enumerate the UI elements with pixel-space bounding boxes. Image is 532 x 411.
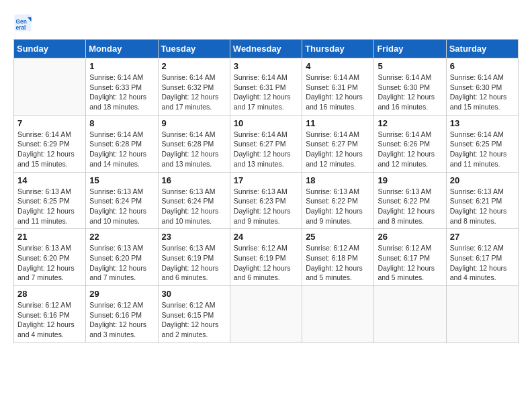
day-number: 28 — [17, 289, 82, 299]
day-info: Sunrise: 6:13 AMSunset: 6:25 PMDaylight:… — [17, 187, 82, 226]
day-info: Sunrise: 6:14 AMSunset: 6:31 PMDaylight:… — [234, 73, 298, 112]
day-number: 5 — [378, 61, 442, 71]
day-info: Sunrise: 6:14 AMSunset: 6:30 PMDaylight:… — [378, 73, 442, 112]
day-number: 6 — [450, 61, 515, 71]
logo-icon: Gen eral — [13, 13, 32, 32]
day-number: 16 — [162, 175, 226, 185]
day-number: 14 — [17, 175, 82, 185]
table-row: 26Sunrise: 6:12 AMSunset: 6:17 PMDayligh… — [374, 229, 446, 286]
day-info: Sunrise: 6:14 AMSunset: 6:30 PMDaylight:… — [450, 73, 515, 112]
table-row: 12Sunrise: 6:14 AMSunset: 6:26 PMDayligh… — [374, 115, 446, 172]
day-info: Sunrise: 6:13 AMSunset: 6:20 PMDaylight:… — [17, 243, 82, 283]
table-row: 24Sunrise: 6:12 AMSunset: 6:19 PMDayligh… — [230, 229, 302, 286]
table-row — [374, 286, 446, 343]
table-row: 25Sunrise: 6:12 AMSunset: 6:18 PMDayligh… — [302, 229, 374, 286]
day-info: Sunrise: 6:12 AMSunset: 6:16 PMDaylight:… — [89, 300, 154, 340]
table-row: 29Sunrise: 6:12 AMSunset: 6:16 PMDayligh… — [86, 286, 158, 343]
weekday-header-tuesday: Tuesday — [158, 40, 230, 58]
table-row: 22Sunrise: 6:13 AMSunset: 6:20 PMDayligh… — [86, 229, 158, 286]
table-row — [14, 58, 86, 116]
day-number: 26 — [378, 232, 442, 242]
weekday-header-saturday: Saturday — [446, 40, 518, 58]
table-row: 17Sunrise: 6:13 AMSunset: 6:23 PMDayligh… — [230, 172, 302, 229]
weekday-header-row: SundayMondayTuesdayWednesdayThursdayFrid… — [14, 40, 519, 58]
table-row: 4Sunrise: 6:14 AMSunset: 6:31 PMDaylight… — [302, 58, 374, 116]
day-number: 21 — [17, 232, 82, 242]
day-info: Sunrise: 6:12 AMSunset: 6:15 PMDaylight:… — [162, 300, 226, 340]
table-row: 23Sunrise: 6:13 AMSunset: 6:19 PMDayligh… — [158, 229, 230, 286]
table-row: 18Sunrise: 6:13 AMSunset: 6:22 PMDayligh… — [302, 172, 374, 229]
day-number: 8 — [89, 118, 154, 128]
table-row: 14Sunrise: 6:13 AMSunset: 6:25 PMDayligh… — [14, 172, 86, 229]
day-info: Sunrise: 6:13 AMSunset: 6:21 PMDaylight:… — [450, 187, 515, 226]
day-number: 11 — [306, 118, 370, 128]
day-number: 18 — [306, 175, 370, 185]
day-info: Sunrise: 6:13 AMSunset: 6:22 PMDaylight:… — [378, 187, 442, 226]
day-info: Sunrise: 6:14 AMSunset: 6:25 PMDaylight:… — [450, 130, 515, 169]
week-row-2: 7Sunrise: 6:14 AMSunset: 6:29 PMDaylight… — [14, 115, 519, 172]
week-row-4: 21Sunrise: 6:13 AMSunset: 6:20 PMDayligh… — [14, 229, 519, 286]
day-info: Sunrise: 6:13 AMSunset: 6:23 PMDaylight:… — [234, 187, 298, 226]
table-row: 30Sunrise: 6:12 AMSunset: 6:15 PMDayligh… — [158, 286, 230, 343]
weekday-header-friday: Friday — [374, 40, 446, 58]
day-number: 29 — [89, 289, 154, 299]
table-row: 2Sunrise: 6:14 AMSunset: 6:32 PMDaylight… — [158, 58, 230, 116]
day-info: Sunrise: 6:12 AMSunset: 6:17 PMDaylight:… — [378, 243, 442, 283]
table-row — [230, 286, 302, 343]
day-number: 10 — [234, 118, 298, 128]
day-info: Sunrise: 6:13 AMSunset: 6:22 PMDaylight:… — [306, 187, 370, 226]
day-info: Sunrise: 6:14 AMSunset: 6:29 PMDaylight:… — [17, 130, 82, 169]
day-info: Sunrise: 6:14 AMSunset: 6:33 PMDaylight:… — [89, 73, 154, 112]
day-info: Sunrise: 6:12 AMSunset: 6:17 PMDaylight:… — [450, 243, 515, 283]
day-number: 19 — [378, 175, 442, 185]
week-row-3: 14Sunrise: 6:13 AMSunset: 6:25 PMDayligh… — [14, 172, 519, 229]
day-number: 2 — [162, 61, 226, 71]
logo: Gen eral — [13, 13, 35, 32]
svg-text:eral: eral — [16, 24, 26, 31]
day-info: Sunrise: 6:12 AMSunset: 6:19 PMDaylight:… — [234, 243, 298, 283]
day-info: Sunrise: 6:14 AMSunset: 6:27 PMDaylight:… — [234, 130, 298, 169]
weekday-header-monday: Monday — [86, 40, 158, 58]
day-number: 3 — [234, 61, 298, 71]
table-row: 1Sunrise: 6:14 AMSunset: 6:33 PMDaylight… — [86, 58, 158, 116]
table-row — [302, 286, 374, 343]
table-row: 10Sunrise: 6:14 AMSunset: 6:27 PMDayligh… — [230, 115, 302, 172]
day-number: 20 — [450, 175, 515, 185]
day-info: Sunrise: 6:13 AMSunset: 6:24 PMDaylight:… — [89, 187, 154, 226]
day-number: 30 — [162, 289, 226, 299]
day-number: 27 — [450, 232, 515, 242]
day-number: 7 — [17, 118, 82, 128]
weekday-header-sunday: Sunday — [14, 40, 86, 58]
day-info: Sunrise: 6:12 AMSunset: 6:16 PMDaylight:… — [17, 300, 82, 340]
day-info: Sunrise: 6:14 AMSunset: 6:26 PMDaylight:… — [378, 130, 442, 169]
table-row: 9Sunrise: 6:14 AMSunset: 6:28 PMDaylight… — [158, 115, 230, 172]
week-row-1: 1Sunrise: 6:14 AMSunset: 6:33 PMDaylight… — [14, 58, 519, 116]
day-info: Sunrise: 6:14 AMSunset: 6:28 PMDaylight:… — [162, 130, 226, 169]
table-row — [446, 286, 518, 343]
day-info: Sunrise: 6:14 AMSunset: 6:32 PMDaylight:… — [162, 73, 226, 112]
table-row: 20Sunrise: 6:13 AMSunset: 6:21 PMDayligh… — [446, 172, 518, 229]
day-number: 4 — [306, 61, 370, 71]
table-row: 13Sunrise: 6:14 AMSunset: 6:25 PMDayligh… — [446, 115, 518, 172]
day-number: 23 — [162, 232, 226, 242]
weekday-header-wednesday: Wednesday — [230, 40, 302, 58]
table-row: 8Sunrise: 6:14 AMSunset: 6:28 PMDaylight… — [86, 115, 158, 172]
day-info: Sunrise: 6:14 AMSunset: 6:27 PMDaylight:… — [306, 130, 370, 169]
table-row: 27Sunrise: 6:12 AMSunset: 6:17 PMDayligh… — [446, 229, 518, 286]
day-info: Sunrise: 6:13 AMSunset: 6:24 PMDaylight:… — [162, 187, 226, 226]
day-number: 22 — [89, 232, 154, 242]
day-info: Sunrise: 6:13 AMSunset: 6:19 PMDaylight:… — [162, 243, 226, 283]
table-row: 16Sunrise: 6:13 AMSunset: 6:24 PMDayligh… — [158, 172, 230, 229]
table-row: 19Sunrise: 6:13 AMSunset: 6:22 PMDayligh… — [374, 172, 446, 229]
day-number: 12 — [378, 118, 442, 128]
day-number: 17 — [234, 175, 298, 185]
table-row: 11Sunrise: 6:14 AMSunset: 6:27 PMDayligh… — [302, 115, 374, 172]
day-number: 24 — [234, 232, 298, 242]
table-row: 3Sunrise: 6:14 AMSunset: 6:31 PMDaylight… — [230, 58, 302, 116]
weekday-header-thursday: Thursday — [302, 40, 374, 58]
day-info: Sunrise: 6:14 AMSunset: 6:31 PMDaylight:… — [306, 73, 370, 112]
day-number: 15 — [89, 175, 154, 185]
table-row: 28Sunrise: 6:12 AMSunset: 6:16 PMDayligh… — [14, 286, 86, 343]
table-row: 15Sunrise: 6:13 AMSunset: 6:24 PMDayligh… — [86, 172, 158, 229]
table-row: 7Sunrise: 6:14 AMSunset: 6:29 PMDaylight… — [14, 115, 86, 172]
